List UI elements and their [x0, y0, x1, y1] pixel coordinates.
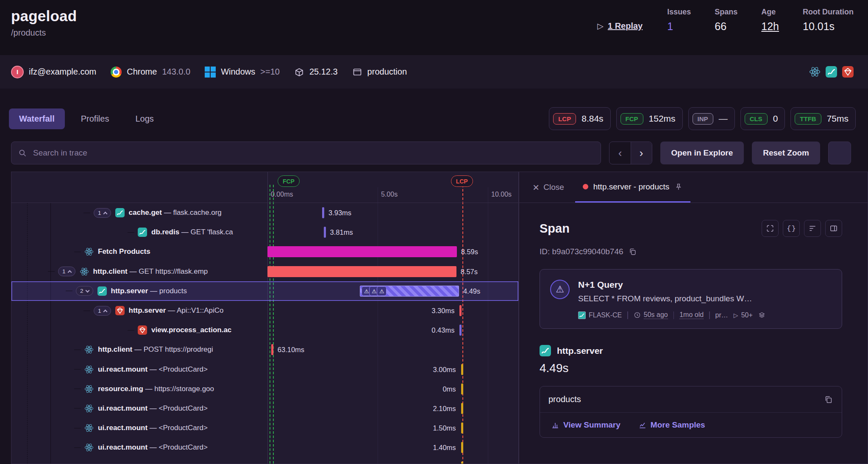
span-bar[interactable]: [461, 442, 463, 453]
close-icon: ×: [533, 182, 539, 193]
status-dot: [583, 184, 588, 189]
issue-first-seen[interactable]: 1mo old: [679, 311, 704, 319]
json-view-button[interactable]: { }: [783, 220, 800, 237]
settings-button[interactable]: [828, 142, 851, 164]
expand-chip[interactable]: 1: [94, 306, 111, 316]
vital-lcp[interactable]: LCP8.84s: [549, 107, 610, 130]
span-row[interactable]: ui.react.mount — <ProductCard>1.40ms: [11, 438, 518, 457]
vital-value: 152ms: [649, 114, 676, 124]
span-row[interactable]: 1http.server — Api::V1::ApiCo3.30ms: [11, 301, 518, 320]
react-icon: [84, 365, 94, 374]
tree-connector: [74, 369, 81, 370]
issue-age[interactable]: 50s ago: [634, 311, 668, 319]
flamegraph-icon: [808, 224, 817, 233]
span-warnings[interactable]: ⚠⚠⚠: [362, 286, 387, 296]
ruby-icon: [115, 306, 125, 315]
tab-profiles[interactable]: Profiles: [71, 108, 120, 129]
span-bar[interactable]: [267, 266, 456, 277]
reset-zoom-button[interactable]: Reset Zoom: [752, 142, 820, 164]
issue-card[interactable]: ⚠ N+1 Query SELECT * FROM reviews, produ…: [540, 269, 842, 329]
layout-toggle-button[interactable]: [825, 220, 842, 237]
stat-value[interactable]: 12h: [761, 20, 779, 33]
prev-button[interactable]: ‹: [609, 142, 631, 164]
span-bar[interactable]: [461, 422, 463, 433]
expand-chip[interactable]: 1: [58, 267, 75, 276]
span-bar[interactable]: [267, 246, 457, 257]
environment-chip[interactable]: production: [352, 67, 407, 77]
user-chip[interactable]: I ifz@example.com: [11, 66, 96, 78]
profile-button[interactable]: [804, 220, 821, 237]
vital-ttfb[interactable]: TTFB75ms: [790, 107, 856, 130]
search-input[interactable]: [32, 148, 594, 158]
browser-chip[interactable]: Chrome 143.0.0: [111, 67, 190, 78]
flask-icon: [97, 286, 107, 296]
span-name: cache.get — flask.cache.org: [129, 208, 222, 217]
vital-value: 8.84s: [581, 114, 603, 124]
tree-connector: [83, 311, 90, 311]
flask-icon: [540, 345, 551, 356]
detail-heading: Span: [540, 222, 570, 236]
layers-icon: [758, 311, 765, 319]
span-bar[interactable]: [322, 207, 324, 218]
chevron-up-icon: [103, 309, 107, 314]
tree-connector: [66, 291, 72, 291]
pin-icon[interactable]: [674, 183, 683, 191]
span-row[interactable]: ui.react.mount — <ProductCard>1.50ms: [11, 418, 518, 438]
stat-value: 10.01s: [803, 20, 854, 33]
span-name: ui.react.mount — <ProductCard>: [98, 404, 208, 413]
span-bar[interactable]: [461, 383, 463, 395]
span-bar[interactable]: [324, 227, 326, 238]
tab-waterfall[interactable]: Waterfall: [9, 108, 65, 129]
span-row[interactable]: http.client — POST https://prodregi63.10…: [11, 340, 518, 359]
span-bar[interactable]: [271, 344, 273, 355]
copy-icon[interactable]: [824, 395, 833, 404]
tree-connector: [74, 389, 81, 389]
tab-logs[interactable]: Logs: [125, 108, 164, 129]
span-bar[interactable]: [461, 461, 463, 464]
span-row[interactable]: resource.img — https://storage.goo: [11, 457, 518, 464]
span-bar[interactable]: [459, 325, 462, 336]
span-row[interactable]: ui.react.mount — <ProductCard>3.00ms: [11, 360, 518, 379]
vital-marker-fcp: FCP: [278, 175, 300, 187]
focus-span-button[interactable]: [762, 220, 779, 237]
open-in-explore-button[interactable]: Open in Explore: [660, 142, 744, 164]
span-row[interactable]: db.redis — GET 'flask.ca3.81ms: [11, 222, 518, 242]
release-chip[interactable]: 25.12.3: [294, 67, 338, 77]
tree-connector: [74, 447, 81, 448]
stat-value: 66: [715, 20, 737, 33]
replay-link[interactable]: ▷ 1 Replay: [597, 21, 643, 31]
search-icon: [18, 149, 27, 157]
expand-chip[interactable]: 2: [76, 286, 93, 296]
copy-icon[interactable]: [629, 247, 637, 256]
vital-cls[interactable]: CLS0: [740, 107, 785, 130]
vital-tag: TTFB: [795, 113, 821, 125]
span-detail-tab[interactable]: http.server - products: [575, 172, 691, 203]
next-button[interactable]: ›: [631, 142, 652, 164]
span-row[interactable]: resource.img — https://storage.goo0ms: [11, 379, 518, 399]
span-bar[interactable]: [459, 305, 462, 316]
span-name: resource.img — https://storage.goo: [98, 463, 214, 464]
divider: [627, 311, 628, 319]
span-row[interactable]: 1http.client — GET https://flask.emp8.57…: [11, 262, 518, 281]
span-row[interactable]: 1cache.get — flask.cache.org3.93ms: [11, 203, 518, 222]
stat-label: Issues: [667, 8, 691, 17]
span-row[interactable]: view.process_action.ac0.43ms: [11, 320, 518, 340]
span-name: ui.react.mount — <ProductCard>: [98, 424, 208, 432]
span-bar[interactable]: [461, 364, 463, 375]
braces-icon: { }: [787, 225, 796, 233]
view-summary-link[interactable]: View Summary: [548, 420, 623, 430]
bar-chart-icon: [551, 421, 559, 429]
close-button[interactable]: × Close: [530, 172, 573, 203]
os-chip[interactable]: Windows >=10: [205, 67, 280, 78]
more-samples-link[interactable]: More Samples: [636, 420, 708, 430]
span-row[interactable]: Fetch Products8.59s: [11, 242, 518, 261]
expand-chip[interactable]: 1: [94, 208, 111, 218]
line-chart-icon: [638, 421, 647, 429]
stat-value[interactable]: 1: [667, 20, 691, 33]
vital-inp[interactable]: INP—: [688, 107, 735, 130]
span-row[interactable]: 2http.server — products⚠⚠⚠4.49s: [11, 281, 518, 301]
issue-replay-count[interactable]: ▷ 50+: [734, 311, 753, 319]
vital-fcp[interactable]: FCP152ms: [616, 107, 683, 130]
span-row[interactable]: ui.react.mount — <ProductCard>2.10ms: [11, 399, 518, 418]
span-bar[interactable]: [461, 403, 463, 414]
